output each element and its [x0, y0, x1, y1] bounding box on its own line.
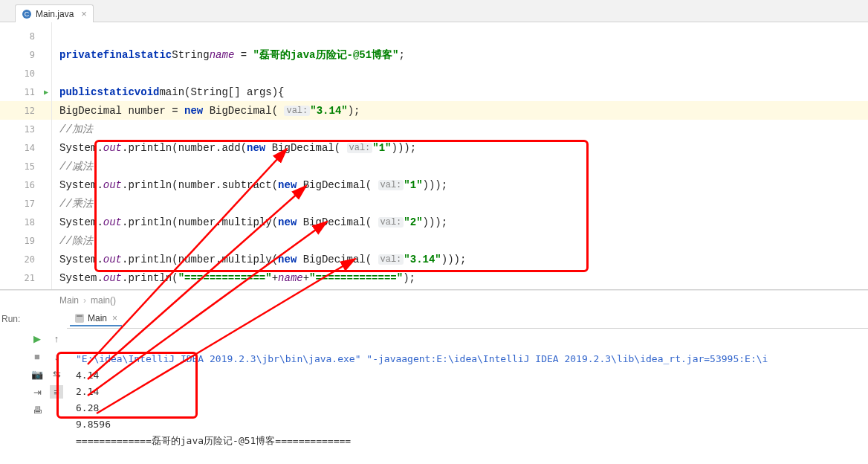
run-panel-label: Run:	[0, 309, 28, 464]
code-line-10	[52, 64, 868, 83]
close-icon[interactable]: ×	[81, 8, 87, 19]
camera-icon[interactable]: 📷	[30, 367, 44, 381]
code-line-13: //加法	[52, 120, 868, 138]
run-tab-label: Main	[88, 313, 107, 323]
soft-wrap-icon[interactable]: ⇆	[50, 367, 63, 381]
gutter-line[interactable]: 19	[0, 231, 51, 250]
breadcrumb[interactable]: Main › main()	[0, 290, 868, 309]
code-line-9: private final static String name = "磊哥的j…	[52, 45, 868, 64]
editor: 8 9 10 11▶ 12 13 14 15 16 17 18 19 20 21…	[0, 22, 868, 290]
console-line: 2.14	[76, 386, 99, 397]
editor-tabbar: C Main.java ×	[0, 0, 868, 22]
run-body: Main × "E:\idea\IntelliJ IDEA 2019.2.3\j…	[67, 309, 868, 464]
app-icon	[74, 313, 85, 323]
code-line-15: //减法	[52, 157, 868, 175]
gutter-line[interactable]: 12	[0, 101, 51, 120]
run-toolbar-1: ▶ ■ 📷 ⇥ 🖶	[28, 309, 46, 464]
console-line: 4.14	[76, 370, 99, 381]
code-line-11: public static void main(String[] args){	[52, 83, 868, 101]
code-line-20: System.out.println(number.multiply(new B…	[52, 250, 868, 268]
gutter-line[interactable]: 10	[0, 64, 51, 83]
svg-text:C: C	[25, 10, 30, 18]
svg-rect-3	[77, 315, 82, 317]
file-tab-main[interactable]: C Main.java ×	[15, 4, 94, 22]
code-line-17: //乘法	[52, 194, 868, 213]
stop-icon[interactable]: ■	[30, 349, 44, 363]
gutter-line[interactable]: 15	[0, 157, 51, 175]
gutter-line[interactable]: 18	[0, 213, 51, 231]
code-area[interactable]: private final static String name = "磊哥的j…	[52, 22, 868, 289]
console-line: 9.8596	[76, 419, 111, 430]
code-line-18: System.out.println(number.multiply(new B…	[52, 213, 868, 231]
gutter-line[interactable]: 16	[0, 175, 51, 194]
console-line: =============磊哥的java历险记-@51博客===========…	[76, 435, 351, 446]
svg-rect-2	[75, 314, 84, 323]
rerun-icon[interactable]: ▶	[30, 332, 44, 345]
print-icon[interactable]: 🖶	[30, 403, 44, 416]
console-cmd: "E:\idea\IntelliJ IDEA 2019.2.3\jbr\bin\…	[76, 353, 768, 364]
file-tab-label: Main.java	[36, 9, 74, 19]
breadcrumb-class[interactable]: Main	[59, 295, 79, 306]
code-line-16: System.out.println(number.subtract(new B…	[52, 175, 868, 194]
gutter-line[interactable]: 14	[0, 138, 51, 157]
scroll-end-icon[interactable]: ≡	[50, 385, 63, 399]
gutter-line[interactable]: 11▶	[0, 83, 51, 101]
code-line-14: System.out.println(number.add(new BigDec…	[52, 138, 868, 157]
run-gutter-icon[interactable]: ▶	[44, 88, 48, 96]
gutter-line[interactable]: 8	[0, 27, 51, 45]
gutter-line[interactable]: 13	[0, 120, 51, 138]
run-panel: Run: ▶ ■ 📷 ⇥ 🖶 ↑ ↓ ⇆ ≡ Main × "E:\idea\I…	[0, 309, 868, 464]
code-line-12: BigDecimal number = new BigDecimal( val:…	[52, 101, 868, 120]
code-line-19: //除法	[52, 231, 868, 250]
run-tabs: Main ×	[67, 309, 868, 329]
console[interactable]: "E:\idea\IntelliJ IDEA 2019.2.3\jbr\bin\…	[67, 329, 868, 464]
run-toolbar-2: ↑ ↓ ⇆ ≡	[46, 309, 67, 464]
code-line-8	[52, 27, 868, 45]
gutter-line[interactable]: 17	[0, 194, 51, 213]
run-tab-main[interactable]: Main ×	[70, 312, 122, 326]
up-icon[interactable]: ↑	[50, 332, 63, 345]
console-line: 6.28	[76, 402, 99, 413]
gutter: 8 9 10 11▶ 12 13 14 15 16 17 18 19 20 21	[0, 22, 52, 289]
gutter-line[interactable]: 9	[0, 45, 51, 64]
exit-icon[interactable]: ⇥	[30, 385, 44, 399]
chevron-right-icon: ›	[83, 295, 86, 306]
java-class-icon: C	[22, 9, 32, 19]
close-icon[interactable]: ×	[112, 313, 117, 323]
gutter-line[interactable]: 20	[0, 250, 51, 268]
down-icon[interactable]: ↓	[50, 349, 63, 363]
breadcrumb-method[interactable]: main()	[91, 295, 116, 306]
code-line-21: System.out.println("============="+name+…	[52, 268, 868, 287]
gutter-line[interactable]: 21	[0, 268, 51, 287]
